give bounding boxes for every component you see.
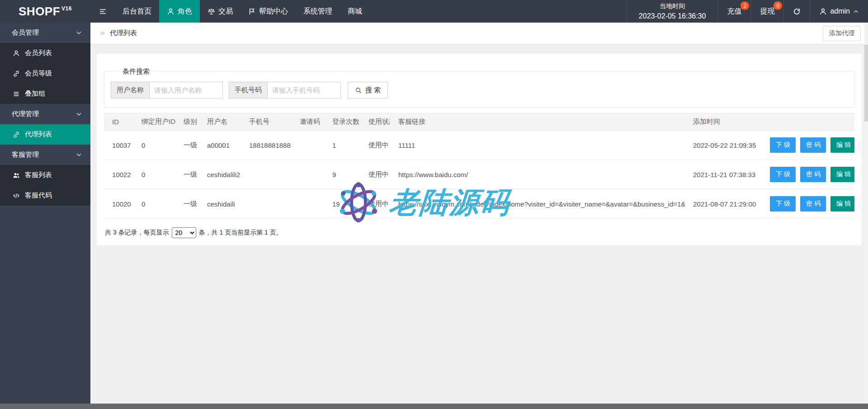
sidebar-group-label: 会员管理 [12,28,39,37]
table-row: 100370一级a00001188188818881使用中111112022-0… [104,131,854,160]
link-icon [13,70,20,77]
local-time-label: 当地时间 [639,2,706,10]
chevron-up-icon [853,9,859,14]
sidebar-group-member-manage[interactable]: 会员管理 [0,23,90,43]
sidebar-item-label: 叠加组 [25,89,45,98]
person-icon [13,50,20,57]
column-header-username: 用户名 [199,113,241,131]
cell-phone: 18818881888 [241,131,292,160]
add-agent-button[interactable]: 添加代理 [823,26,861,41]
subordinate-button[interactable]: 下级 [770,137,796,153]
edit-button[interactable]: 编辑 [830,167,854,182]
subordinate-button[interactable]: 下级 [770,196,796,212]
agent-table: ID绑定用户ID级别用户名手机号邀请码登录次数使用状态客服链接添加时间 1003… [104,113,854,219]
person-icon [167,8,175,15]
nav-item-label: 帮助中心 [259,7,288,16]
nav-item-system-manage[interactable]: 系统管理 [296,0,340,23]
withdraw-button[interactable]: 提现 0 [750,0,783,23]
nav-item-label: 后台首页 [123,7,151,16]
vertical-scrollbar[interactable] [864,23,868,404]
cell-phone [241,160,292,189]
column-header-invite_code: 邀请码 [292,113,324,131]
table-header-row: ID绑定用户ID级别用户名手机号邀请码登录次数使用状态客服链接添加时间 [104,113,854,131]
nav-item-label: 商城 [348,7,362,16]
agent-list-card: 条件搜索 用户名称手机号码搜 索 ID绑定用户ID级别用户名手机号邀请码登录次数… [97,54,862,245]
sidebar: 会员管理会员列表会员等级叠加组代理管理代理列表客服管理客服列表客服代码 [0,23,90,404]
vertical-scrollbar-thumb[interactable] [864,45,868,122]
sidebar-item-agent-list[interactable]: 代理列表 [0,124,90,145]
sidebar-item-label: 客服代码 [25,191,52,200]
cell-invite_code [292,189,324,219]
cell-login_count: 1 [324,131,360,160]
cell-bind_user_id: 0 [133,160,175,189]
column-header-phone: 手机号 [241,113,292,131]
cell-level: 一级 [175,160,199,189]
search-group-phone: 手机号码 [229,82,341,99]
local-time: 当地时间 2023-02-05 16:36:30 [627,0,718,23]
user-menu[interactable]: admin [810,0,868,23]
password-button[interactable]: 密码 [800,196,826,212]
cell-status: 使用中 [360,131,390,160]
search-button[interactable]: 搜 索 [348,82,388,99]
cell-service_link: https://sdxt.vipoym.com/index/index/home… [390,189,685,219]
breadcrumb: 代理列表 添加代理 [90,23,868,44]
sidebar-group-agent-manage[interactable]: 代理管理 [0,104,90,124]
withdraw-label: 提现 [760,7,774,16]
page: 代理列表 添加代理 条件搜索 用户名称手机号码搜 索 ID绑定用户ID级别用户名… [90,23,868,404]
cell-phone [241,189,292,219]
subordinate-button[interactable]: 下级 [770,167,796,182]
refresh-icon [793,8,801,15]
column-header-service_link: 客服链接 [390,113,685,131]
username-search-input[interactable] [150,82,223,99]
sidebar-item-label: 代理列表 [25,130,52,139]
edit-button[interactable]: 编辑 [830,196,854,212]
sidebar-group-service-manage[interactable]: 客服管理 [0,145,90,165]
page-size-select[interactable]: 20 [172,227,196,238]
search-icon [355,87,362,94]
nav-item-dashboard[interactable]: 后台首页 [115,0,159,23]
pagination: 共 3 条记录，每页显示 20 条，共 1 页当前显示第 1 页。 [104,227,854,238]
topbar: SHOPFV16 后台首页角色交易帮助中心系统管理商城 当地时间 2023-02… [0,0,868,23]
app-logo-text: SHOPF [19,5,60,19]
phone-search-input[interactable] [268,82,341,99]
nav-item-role[interactable]: 角色 [159,0,200,23]
sidebar-item-service-list[interactable]: 客服列表 [0,165,90,185]
nav-item-mall[interactable]: 商城 [340,0,370,23]
column-header-status: 使用状态 [360,113,390,131]
nav-item-label: 角色 [178,7,192,16]
scales-icon [208,8,215,15]
column-header-login_count: 登录次数 [324,113,360,131]
cell-service_link: https://www.baidu.com/ [390,160,685,189]
cell-username: ceshidalili2 [199,160,241,189]
table-row: 100220一级ceshidalili29使用中https://www.baid… [104,160,854,189]
sidebar-item-label: 会员列表 [25,49,52,57]
nav-item-trade[interactable]: 交易 [200,0,241,23]
sidebar-item-member-list[interactable]: 会员列表 [0,43,90,63]
sidebar-item-service-code[interactable]: 客服代码 [0,185,90,206]
search-row: 用户名称手机号码搜 索 [111,82,848,99]
topbar-right: 当地时间 2023-02-05 16:36:30 充值 2 提现 0 admin [627,0,868,23]
sidebar-item-member-level[interactable]: 会员等级 [0,63,90,84]
password-button[interactable]: 密码 [800,167,826,182]
sidebar-group-label: 客服管理 [12,150,39,159]
search-button-label: 搜 索 [365,86,381,94]
code-icon [13,192,20,199]
app-logo: SHOPFV16 [0,0,90,23]
edit-button[interactable]: 编辑 [830,137,854,153]
nav-item-label: 系统管理 [303,7,332,16]
recharge-button[interactable]: 充值 2 [717,0,750,23]
horizontal-scrollbar[interactable] [0,404,868,409]
cell-id: 10022 [104,160,133,189]
password-button[interactable]: 密码 [800,137,826,153]
sidebar-item-overlay-group[interactable]: 叠加组 [0,84,90,104]
refresh-button[interactable] [783,0,810,23]
sidebar-toggle-button[interactable] [90,0,115,23]
nav-item-help-center[interactable]: 帮助中心 [241,0,296,23]
username-label: admin [830,7,850,15]
sidebar-item-label: 客服列表 [25,171,52,179]
search-fieldset: 条件搜索 用户名称手机号码搜 索 [104,67,854,108]
table-body: 100370一级a00001188188818881使用中111112022-0… [104,131,854,219]
cell-added_time: 2022-05-22 21:09:35 [685,131,757,160]
cell-bind_user_id: 0 [133,189,175,219]
cell-actions: 下级密码编辑 [757,160,854,189]
